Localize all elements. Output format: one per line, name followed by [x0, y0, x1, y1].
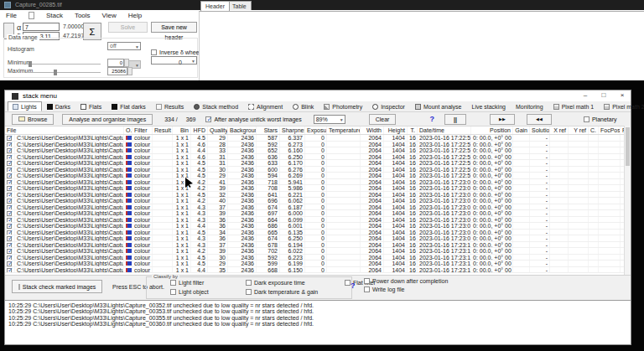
tab-table[interactable]: Table: [227, 1, 252, 10]
table-row[interactable]: C:\Users\User\Desktop\M33\Lights\Capture…: [5, 230, 631, 236]
pause-button[interactable]: ||: [444, 114, 466, 125]
cell-sel-checkbox[interactable]: [5, 179, 15, 185]
tab-stack-method[interactable]: Stack method: [189, 101, 243, 111]
tab-darks[interactable]: Darks: [42, 101, 75, 111]
column-header-stars[interactable]: Stars: [257, 126, 280, 134]
write-log-file-checkbox[interactable]: Write log file: [364, 286, 448, 292]
close-button[interactable]: ×: [614, 90, 631, 101]
maximum-spin-arrows[interactable]: [127, 67, 132, 75]
tab-monitoring[interactable]: Monitoring: [511, 101, 548, 111]
log-area[interactable]: 10:25:29 C:\Users\User\Desktop\M33\Light…: [5, 300, 631, 344]
cell-sel-checkbox[interactable]: [5, 192, 15, 198]
table-row[interactable]: C:\Users\User\Desktop\M33\Lights\Capture…: [5, 204, 631, 211]
browse-button[interactable]: Browse: [12, 114, 54, 125]
classify-light-filter-checkbox[interactable]: Light filter: [170, 280, 204, 286]
filterwheel-select[interactable]: ▼: [151, 56, 197, 65]
cell-sel-checkbox[interactable]: [5, 217, 15, 223]
cell-sel-checkbox[interactable]: [5, 204, 15, 210]
stack-titlebar[interactable]: stack menu – □ ×: [5, 90, 631, 101]
cell-sel-checkbox[interactable]: [5, 147, 15, 153]
table-row[interactable]: C:\Users\User\Desktop\M33\Lights\Capture…: [5, 179, 631, 186]
quality-percent-select[interactable]: 89%▼: [314, 115, 345, 124]
classify-dark-temperature-gain-checkbox[interactable]: Dark temperature & gain: [246, 289, 318, 295]
cell-sel-checkbox[interactable]: [5, 142, 15, 147]
cell-sel-checkbox[interactable]: [5, 261, 15, 266]
table-row[interactable]: C:\Users\User\Desktop\M33\Lights\Capture…: [5, 154, 631, 161]
cell-sel-checkbox[interactable]: [5, 198, 15, 204]
maximum-spinbox[interactable]: 25086: [107, 67, 127, 75]
column-header-sharpness[interactable]: Sharpness: [280, 126, 305, 134]
table-row[interactable]: C:\Users\User\Desktop\M33\Lights\Capture…: [5, 160, 631, 167]
column-header-position[interactable]: Position: [471, 126, 513, 134]
column-header-c-[interactable]: C.: [589, 126, 599, 134]
stack-check-marked-button[interactable]: Stack check marked images: [12, 280, 102, 293]
power-down-after-completion-checkbox[interactable]: Power down after completion: [364, 278, 448, 284]
tab-inspector[interactable]: Inspector: [367, 101, 410, 111]
column-header-width[interactable]: Width: [361, 126, 384, 134]
rewind-button[interactable]: ◀◀: [527, 114, 552, 125]
table-row[interactable]: C:\Users\User\Desktop\M33\Lights\Capture…: [5, 267, 631, 274]
capture-titlebar[interactable]: Capture_00285.tif: [0, 0, 644, 10]
untick-worst-checkbox[interactable]: After analyse untick worst images: [205, 116, 301, 122]
tab-flat-darks[interactable]: Flat darks: [106, 101, 151, 111]
column-header-exposure[interactable]: Exposure: [305, 126, 327, 134]
menu-tools[interactable]: Tools: [75, 12, 91, 19]
column-header-x-ref[interactable]: X ref: [550, 126, 569, 134]
tab-flats[interactable]: Flats: [75, 101, 106, 111]
fast-forward-button[interactable]: ▶▶: [490, 114, 515, 125]
classify-light-object-checkbox[interactable]: Light object: [170, 289, 209, 295]
clear-button[interactable]: Clear: [369, 114, 397, 125]
column-header-t-[interactable]: T.: [408, 126, 418, 134]
tab-results[interactable]: Results: [151, 101, 189, 111]
table-row[interactable]: C:\Users\User\Desktop\M33\Lights\Capture…: [5, 167, 631, 173]
menu-stack[interactable]: Stack: [46, 12, 63, 19]
table-scrollbar[interactable]: [624, 126, 631, 275]
tab-header[interactable]: Header: [200, 1, 230, 11]
column-header-solution[interactable]: Solution: [530, 126, 550, 134]
column-header-file[interactable]: File: [5, 126, 124, 134]
column-header-result[interactable]: Result: [153, 126, 173, 134]
toolbar-help-link[interactable]: ?: [429, 115, 434, 123]
menu-view[interactable]: View: [102, 12, 117, 19]
save-new-header-button[interactable]: Save new header: [151, 22, 197, 33]
analyse-button[interactable]: Analyse and organise images: [62, 114, 153, 125]
tab-alignment[interactable]: Alignment: [243, 101, 288, 111]
cell-sel-checkbox[interactable]: [5, 135, 15, 141]
column-header-date-time[interactable]: Date/time: [418, 126, 471, 134]
cell-sel-checkbox[interactable]: [5, 235, 15, 241]
menu-file[interactable]: File: [6, 12, 17, 19]
cell-sel-checkbox[interactable]: [5, 185, 15, 191]
column-header-temperature[interactable]: Temperature: [327, 126, 361, 134]
histogram-mode-select[interactable]: off▼: [107, 42, 141, 50]
maximum-slider-thumb[interactable]: [54, 70, 57, 75]
column-header-height[interactable]: Height: [384, 126, 408, 134]
maximum-slider[interactable]: [27, 72, 101, 73]
tab-mount-analyse[interactable]: Mount analyse: [410, 101, 467, 111]
minimum-slider[interactable]: [27, 64, 101, 65]
classify-dark-exposure-time-checkbox[interactable]: Dark exposure time: [246, 280, 305, 286]
table-row[interactable]: C:\Users\User\Desktop\M33\Lights\Capture…: [5, 142, 631, 148]
bottom-help-link[interactable]: ?: [351, 281, 356, 290]
cell-sel-checkbox[interactable]: [5, 167, 15, 173]
minimum-spin-arrows[interactable]: [124, 59, 129, 67]
table-row[interactable]: C:\Users\User\Desktop\M33\Lights\Capture…: [5, 192, 631, 199]
cell-sel-checkbox[interactable]: [5, 160, 15, 166]
cell-sel-checkbox[interactable]: [5, 255, 15, 261]
cell-sel-checkbox[interactable]: [5, 223, 15, 229]
planetary-checkbox[interactable]: Planetary: [584, 116, 617, 122]
table-row[interactable]: C:\Users\User\Desktop\M33\Lights\Capture…: [5, 255, 631, 261]
table-row[interactable]: C:\Users\User\Desktop\M33\Lights\Capture…: [5, 173, 631, 179]
column-header-hfd[interactable]: HFD: [191, 126, 208, 134]
solve-button[interactable]: Solve: [108, 22, 148, 33]
cell-sel-checkbox[interactable]: [5, 230, 15, 235]
cell-sel-checkbox[interactable]: [5, 154, 15, 160]
table-header-row[interactable]: FileO.FilterResultBinHFDQualityBackgroun…: [5, 126, 631, 135]
table-row[interactable]: C:\Users\User\Desktop\M33\Lights\Capture…: [5, 210, 631, 217]
table-row[interactable]: C:\Users\User\Desktop\M33\Lights\Capture…: [5, 198, 631, 204]
column-header-filter[interactable]: Filter: [132, 126, 153, 134]
minimum-slider-thumb[interactable]: [29, 61, 32, 67]
cell-sel-checkbox[interactable]: [5, 242, 15, 248]
column-header-o-[interactable]: O.: [124, 126, 132, 134]
table-row[interactable]: C:\Users\User\Desktop\M33\Lights\Capture…: [5, 235, 631, 242]
inverse-wheel-checkbox[interactable]: Inverse δ wheel: [151, 49, 200, 55]
